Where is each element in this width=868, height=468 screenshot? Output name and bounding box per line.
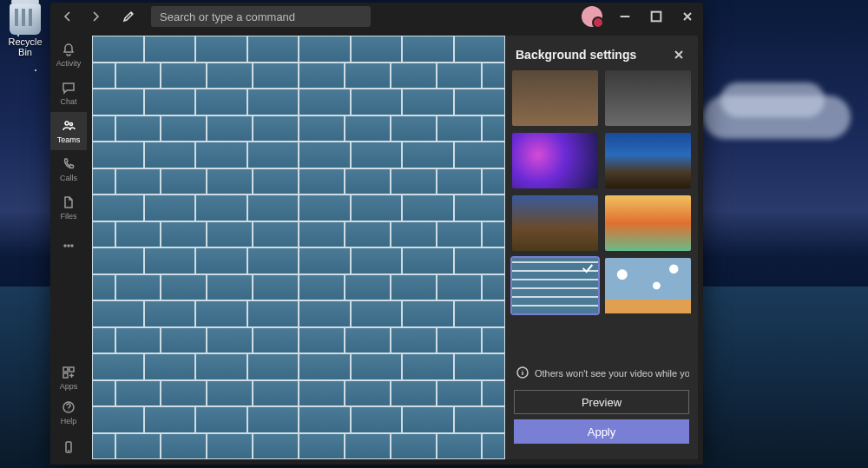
apps-icon <box>61 365 76 380</box>
rail-device[interactable] <box>50 430 87 465</box>
svg-point-4 <box>68 245 69 247</box>
forward-button[interactable] <box>82 3 109 30</box>
apply-button[interactable]: Apply <box>514 419 689 444</box>
svg-rect-7 <box>69 367 74 372</box>
device-icon <box>61 439 76 455</box>
teams-window: Search or type a command Activity Chat T… <box>50 3 703 465</box>
rail-activity[interactable]: Activity <box>50 36 87 74</box>
info-icon <box>516 366 529 381</box>
bg-thumb-bg-brick[interactable] <box>512 258 598 313</box>
desktop-cloud <box>720 82 825 117</box>
panel-title: Background settings <box>516 48 636 62</box>
rail-label: Calls <box>60 174 77 182</box>
panel-close-button[interactable] <box>670 46 687 63</box>
user-avatar[interactable] <box>582 6 602 27</box>
video-preview <box>92 36 505 459</box>
svg-rect-6 <box>63 367 68 372</box>
recycle-bin-icon <box>10 3 41 35</box>
titlebar: Search or type a command <box>50 3 703 30</box>
rail-label: Apps <box>60 382 78 391</box>
rail-label: Chat <box>60 97 76 106</box>
bell-icon <box>61 42 76 57</box>
background-settings-panel: Background settings Others won't see you… <box>505 36 698 459</box>
svg-rect-8 <box>63 373 68 378</box>
preview-button[interactable]: Preview <box>514 390 689 414</box>
rail-label: Teams <box>57 135 81 144</box>
search-input[interactable]: Search or type a command <box>151 6 371 27</box>
more-icon <box>61 238 76 254</box>
rail-label: Files <box>60 212 76 221</box>
close-button[interactable] <box>672 3 703 30</box>
rail-help[interactable]: Help <box>50 395 87 430</box>
rail-label: Help <box>61 417 77 425</box>
maximize-button[interactable] <box>641 3 672 30</box>
svg-point-1 <box>65 122 69 125</box>
rail-teams[interactable]: Teams <box>50 112 87 150</box>
bg-thumb-bg-mech[interactable] <box>605 70 691 126</box>
chat-icon <box>61 80 76 96</box>
rail-chat[interactable]: Chat <box>50 74 87 112</box>
bg-thumb-bg-clouds[interactable] <box>605 258 691 313</box>
search-placeholder: Search or type a command <box>160 10 295 23</box>
svg-point-5 <box>71 245 73 247</box>
recycle-bin-label: Recycle Bin <box>8 36 42 57</box>
phone-icon <box>61 156 76 172</box>
svg-rect-0 <box>652 12 661 22</box>
rail-calls[interactable]: Calls <box>50 150 87 188</box>
svg-point-2 <box>70 123 73 126</box>
info-label: Others won't see your video while you pr… <box>535 368 689 379</box>
minimize-button[interactable] <box>609 3 641 30</box>
app-rail: Activity Chat Teams Calls Files <box>50 30 87 465</box>
back-button[interactable] <box>54 3 82 30</box>
compose-button[interactable] <box>115 3 142 30</box>
rail-files[interactable]: Files <box>50 188 87 227</box>
rail-label: Activity <box>56 59 82 68</box>
rail-more[interactable] <box>50 227 87 265</box>
bg-thumb-bg-sunset[interactable] <box>605 195 691 251</box>
bg-thumb-bg-planet[interactable] <box>605 133 691 188</box>
help-icon <box>61 399 76 415</box>
rail-apps[interactable]: Apps <box>50 360 87 395</box>
teams-icon <box>61 118 76 134</box>
recycle-bin[interactable]: Recycle Bin <box>3 3 47 57</box>
file-icon <box>61 194 76 210</box>
check-icon <box>581 261 595 275</box>
bg-thumb-bg-nebula[interactable] <box>512 133 598 188</box>
svg-point-3 <box>64 245 66 247</box>
bg-thumb-bg-street[interactable] <box>512 70 598 126</box>
bg-thumb-bg-alley[interactable] <box>512 195 598 251</box>
info-text: Others won't see your video while you pr… <box>514 360 689 390</box>
